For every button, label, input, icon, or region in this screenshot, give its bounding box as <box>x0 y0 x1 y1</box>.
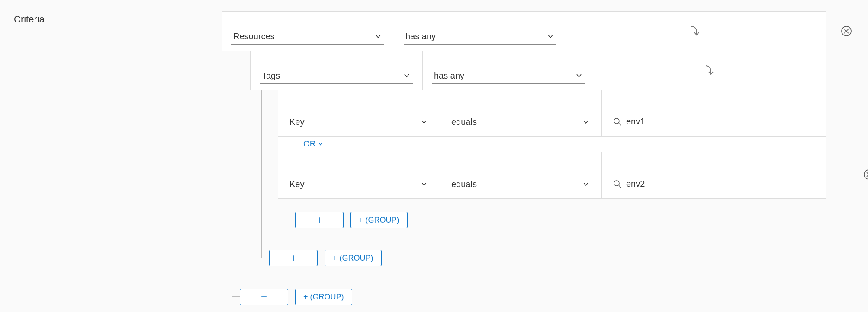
subject-select[interactable]: Key <box>288 177 430 192</box>
chevron-down-icon <box>318 141 324 147</box>
tree-line <box>289 199 289 220</box>
operator-select[interactable]: equals <box>450 177 592 192</box>
svg-point-4 <box>614 118 619 124</box>
criteria-row-resources: Resources has any <box>222 11 826 51</box>
tree-line <box>232 296 240 297</box>
curved-arrow-icon <box>703 64 718 77</box>
add-condition-button[interactable]: + <box>240 289 288 305</box>
svg-line-7 <box>619 185 621 188</box>
subject-select[interactable]: Tags <box>260 68 413 84</box>
tree-line <box>289 220 295 220</box>
add-condition-button[interactable]: + <box>295 212 344 228</box>
subject-select[interactable]: Key <box>288 115 430 130</box>
add-group-button[interactable]: + (GROUP) <box>325 250 382 266</box>
tree-line <box>232 77 250 77</box>
add-condition-button[interactable]: + <box>269 250 318 266</box>
value-input[interactable] <box>625 178 815 189</box>
search-icon <box>613 180 622 188</box>
remove-row-button[interactable] <box>863 169 868 181</box>
subject-select[interactable]: Resources <box>231 29 384 45</box>
operator-select[interactable]: has any <box>432 68 585 84</box>
operator-select[interactable]: equals <box>450 115 592 130</box>
criteria-row-tags: Tags has any <box>250 51 826 90</box>
svg-point-6 <box>614 181 619 186</box>
value-input[interactable] <box>625 116 815 127</box>
tree-line <box>232 51 232 296</box>
remove-row-button[interactable] <box>840 25 852 37</box>
tree-line <box>261 90 262 258</box>
svg-point-8 <box>864 170 868 179</box>
tree-line <box>261 117 278 117</box>
nest-arrow-cell <box>595 51 826 90</box>
logic-operator-label: OR <box>303 139 316 149</box>
curved-arrow-icon <box>689 25 704 38</box>
nest-arrow-cell <box>566 12 826 51</box>
add-group-button[interactable]: + (GROUP) <box>295 289 352 305</box>
tree-line <box>261 258 269 258</box>
svg-line-5 <box>619 123 621 125</box>
add-group-button[interactable]: + (GROUP) <box>350 212 408 228</box>
operator-select[interactable]: has any <box>404 29 556 45</box>
search-icon <box>613 118 622 126</box>
criteria-subgroup: Key equals <box>278 90 826 199</box>
logic-operator-toggle[interactable]: OR <box>289 139 324 149</box>
criteria-heading: Criteria <box>14 14 45 25</box>
